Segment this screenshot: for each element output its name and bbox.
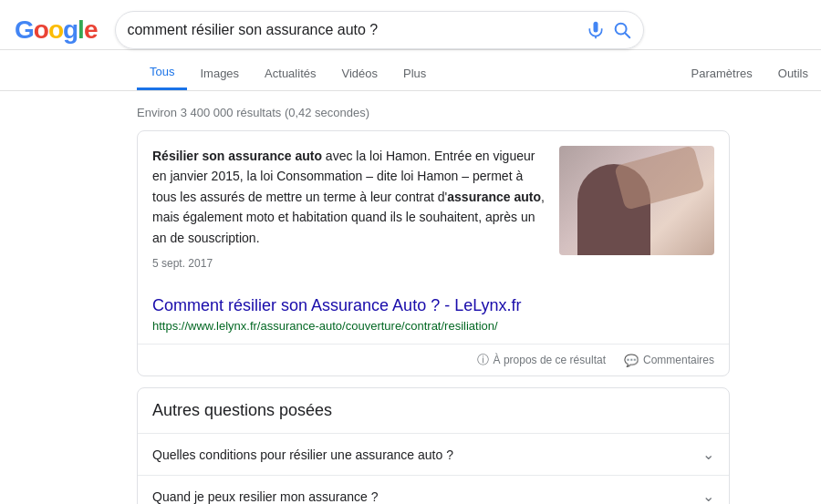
google-logo[interactable]: Google	[15, 15, 97, 45]
about-result-label: À propos de ce résultat	[494, 354, 606, 366]
chevron-down-icon-2: ⌄	[702, 488, 714, 504]
search-icon[interactable]	[612, 20, 632, 40]
featured-image	[559, 146, 714, 255]
tab-outils[interactable]: Outils	[765, 57, 821, 89]
tab-images[interactable]: Images	[187, 57, 252, 89]
result-count: Environ 3 400 000 résultats (0,42 second…	[137, 98, 821, 130]
info-icon: ⓘ	[477, 352, 489, 368]
paa-box: Autres questions posées Quelles conditio…	[137, 387, 730, 504]
tab-tous[interactable]: Tous	[137, 56, 187, 90]
result-url: https://www.lelynx.fr/assurance-auto/cou…	[152, 319, 714, 333]
result-link[interactable]: Comment résilier son Assurance Auto ? - …	[138, 287, 729, 344]
tab-videos[interactable]: Vidéos	[328, 57, 390, 89]
paa-item-2[interactable]: Quand je peux resilier mon assurance ? ⌄	[138, 475, 729, 504]
comment-icon: 💬	[624, 354, 639, 367]
paa-question-2: Quand je peux resilier mon assurance ?	[152, 489, 378, 504]
featured-bold-start: Résilier son assurance auto	[152, 149, 322, 163]
tab-actualites[interactable]: Actualités	[252, 57, 328, 89]
comments-btn[interactable]: 💬 Commentaires	[624, 354, 714, 367]
mic-icon[interactable]	[587, 21, 605, 39]
paa-question-1: Quelles conditions pour résilier une ass…	[152, 447, 453, 462]
comments-label: Commentaires	[643, 354, 714, 366]
nav-tabs: Tous Images Actualités Vidéos Plus Param…	[0, 56, 821, 90]
card-footer: ⓘ À propos de ce résultat 💬 Commentaires	[138, 344, 729, 375]
featured-date: 5 sept. 2017	[152, 255, 548, 273]
search-bar[interactable]	[115, 11, 644, 49]
chevron-down-icon-1: ⌄	[702, 446, 714, 463]
featured-bold-mid: assurance auto	[447, 190, 541, 204]
about-result-btn[interactable]: ⓘ À propos de ce résultat	[477, 352, 606, 368]
featured-card: Résilier son assurance auto avec la loi …	[137, 130, 730, 376]
results-area: Environ 3 400 000 résultats (0,42 second…	[0, 91, 821, 504]
featured-text: Résilier son assurance auto avec la loi …	[152, 146, 548, 273]
paa-item-1[interactable]: Quelles conditions pour résilier une ass…	[138, 433, 729, 475]
header: Google	[0, 0, 821, 50]
svg-line-1	[626, 33, 630, 37]
tab-parametres[interactable]: Paramètres	[679, 57, 765, 89]
paa-title: Autres questions posées	[138, 388, 729, 433]
tab-plus[interactable]: Plus	[390, 57, 439, 89]
search-input[interactable]	[127, 22, 587, 38]
result-title[interactable]: Comment résilier son Assurance Auto ? - …	[152, 294, 714, 317]
